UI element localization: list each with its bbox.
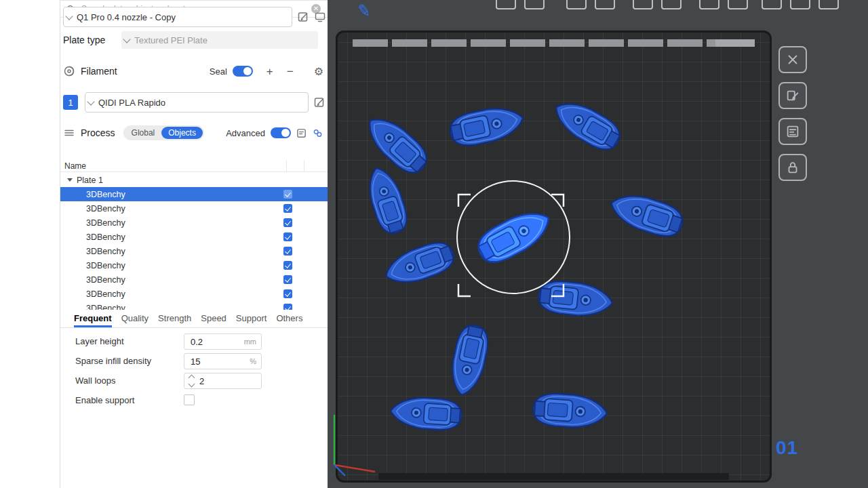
object-row[interactable]: 3DBenchy <box>60 216 328 230</box>
sidebar: Q1 Pro 0.4 nozzle - Copy Plate type Text… <box>60 0 328 488</box>
toolbar-fragment-icon <box>633 0 653 9</box>
process-layers-icon <box>63 127 75 139</box>
tab-frequent[interactable]: Frequent <box>74 313 112 327</box>
object-visible-checkbox[interactable] <box>283 289 292 298</box>
plate-number-label[interactable]: 01 <box>776 437 798 459</box>
object-table-header: Name <box>60 160 328 172</box>
object-name: 3DBenchy <box>86 190 125 199</box>
bed-exclusion-strip <box>353 39 755 47</box>
layer-height-input[interactable] <box>189 336 233 348</box>
scope-objects-button[interactable]: Objects <box>161 127 203 139</box>
process-title: Process <box>81 127 115 138</box>
object-row[interactable]: 3DBenchy <box>60 258 328 272</box>
filament-icon <box>63 65 75 77</box>
enable-support-row: Enable support <box>60 392 328 409</box>
sparse-infill-input[interactable] <box>189 356 233 367</box>
auto-orient-icon <box>785 88 800 103</box>
object-row[interactable]: 3DBenchy <box>60 187 328 201</box>
object-visible-checkbox[interactable] <box>283 261 292 270</box>
plate-type-row: Plate type Textured PEI Plate <box>63 30 326 49</box>
object-row[interactable]: 3DBenchy <box>60 230 328 244</box>
object-name: 3DBenchy <box>86 232 125 242</box>
wall-loops-stepper[interactable]: 2 <box>184 373 262 389</box>
filament-slot-row: 1 QIDI PLA Rapido <box>63 92 326 113</box>
layer-height-unit: mm <box>244 338 256 346</box>
edit-icon <box>313 96 326 108</box>
toolbar-fragment-icon <box>790 0 810 9</box>
plate-type-select[interactable]: Textured PEI Plate <box>121 31 318 49</box>
toolbar-fragment-icon <box>566 0 587 9</box>
filament-name: QIDI PLA Rapido <box>98 98 165 108</box>
advanced-toggle[interactable] <box>271 127 291 138</box>
arrange-icon <box>785 124 800 139</box>
draw-pencil-icon[interactable]: ✎ <box>356 1 372 22</box>
scope-global-button[interactable]: Global <box>125 127 162 139</box>
left-collapsed-strip <box>0 0 60 488</box>
tabs: FrequentQualityStrengthSpeedSupportOther… <box>60 310 328 328</box>
sparse-infill-label: Sparse infill density <box>75 356 151 366</box>
print-bed[interactable] <box>336 30 772 483</box>
object-row[interactable]: 3DBenchy <box>60 201 328 216</box>
edit-filament-button[interactable] <box>313 96 326 108</box>
filament-settings-gear-icon[interactable]: ⚙ <box>314 65 323 78</box>
arrange-button[interactable] <box>778 118 807 145</box>
device-icon <box>314 11 326 23</box>
filament-header: Filament Seal + − ⚙ <box>63 61 323 81</box>
slicer-window: Q1 Pro 0.4 nozzle - Copy Plate type Text… <box>0 0 868 488</box>
edit-printer-button[interactable] <box>297 11 309 23</box>
preset-list-icon[interactable] <box>296 127 307 139</box>
filament-slot-number[interactable]: 1 <box>63 95 78 110</box>
seal-toggle[interactable] <box>233 66 253 77</box>
sparse-infill-row: Sparse infill density % <box>60 353 328 369</box>
object-visible-checkbox[interactable] <box>283 190 292 199</box>
tab-quality[interactable]: Quality <box>121 313 149 327</box>
toolbar-fragment-icon <box>595 0 615 9</box>
toolbar-fragment-icon <box>818 0 839 9</box>
object-visible-checkbox[interactable] <box>283 218 292 227</box>
object-row[interactable]: 3DBenchy <box>60 244 328 258</box>
object-name: 3DBenchy <box>86 247 125 256</box>
delete-button[interactable] <box>778 46 807 73</box>
tab-support[interactable]: Support <box>236 313 267 327</box>
object-visible-checkbox[interactable] <box>283 247 292 256</box>
lock-button[interactable] <box>778 154 807 181</box>
filament-select[interactable]: QIDI PLA Rapido <box>85 92 309 113</box>
advanced-label: Advanced <box>226 128 265 138</box>
toolbar-fragment-icon <box>699 0 719 9</box>
object-name: 3DBenchy <box>86 304 125 310</box>
chevron-down-icon <box>65 12 73 20</box>
layer-height-row: Layer height mm <box>60 333 328 350</box>
add-filament-button[interactable]: + <box>267 66 273 77</box>
plate-row[interactable]: Plate 1 <box>60 173 328 187</box>
object-visible-checkbox[interactable] <box>283 232 292 241</box>
wall-loops-row: Wall loops 2 <box>60 373 328 389</box>
wall-loops-value: 2 <box>199 376 204 386</box>
stepper-arrows-icon[interactable] <box>189 375 194 386</box>
object-visible-checkbox[interactable] <box>283 304 292 310</box>
enable-support-checkbox[interactable] <box>184 394 195 405</box>
printer-select[interactable]: Q1 Pro 0.4 nozzle - Copy <box>63 7 292 27</box>
toolbar-fragment-icon <box>524 0 545 9</box>
wall-loops-label: Wall loops <box>75 375 115 386</box>
object-row[interactable]: 3DBenchy <box>60 287 328 301</box>
object-name: 3DBenchy <box>86 261 125 270</box>
tab-strength[interactable]: Strength <box>158 313 191 327</box>
object-list: Plate 1 3DBenchy3DBenchy3DBenchy3DBenchy… <box>60 173 328 310</box>
object-row[interactable]: 3DBenchy <box>60 301 328 310</box>
collapse-triangle-icon[interactable] <box>67 178 73 184</box>
tab-speed[interactable]: Speed <box>201 313 226 327</box>
object-visible-checkbox[interactable] <box>283 204 292 213</box>
viewport-3d[interactable]: ✎ <box>328 0 868 488</box>
name-column-header: Name <box>64 161 86 171</box>
compare-presets-icon[interactable] <box>312 127 323 139</box>
auto-orient-button[interactable] <box>778 82 807 109</box>
bed-front-edge <box>378 473 729 480</box>
tab-others[interactable]: Others <box>276 313 302 327</box>
printer-device-button[interactable] <box>314 11 326 23</box>
plate-type-label: Plate type <box>63 35 105 45</box>
object-row[interactable]: 3DBenchy <box>60 272 328 287</box>
object-name: 3DBenchy <box>86 289 125 299</box>
remove-filament-button[interactable]: − <box>287 66 294 77</box>
printer-name: Q1 Pro 0.4 nozzle - Copy <box>77 12 176 22</box>
object-visible-checkbox[interactable] <box>283 275 292 284</box>
